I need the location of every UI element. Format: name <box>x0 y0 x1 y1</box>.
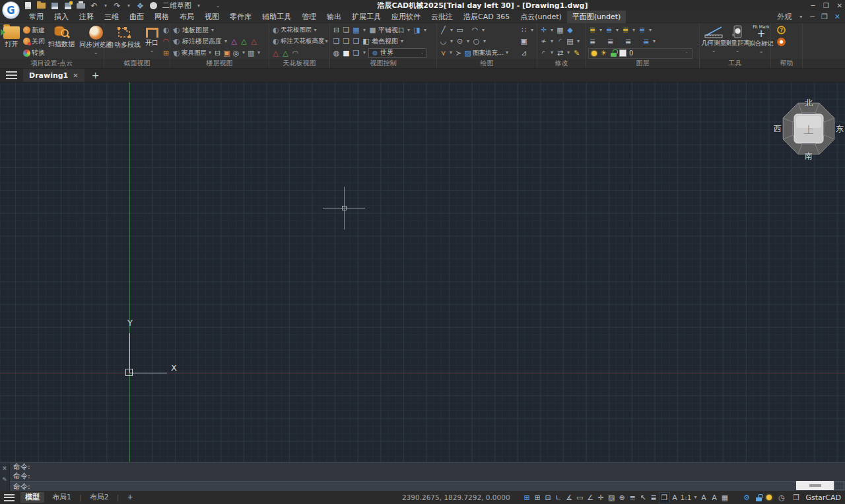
command-scrollbar-button[interactable] <box>834 481 844 490</box>
array-tool-icon[interactable]: ▦ <box>556 26 564 34</box>
dropdown-icon[interactable]: ▾ <box>448 50 454 55</box>
frame-icon[interactable]: ▥ <box>247 49 255 57</box>
arc-tool-icon[interactable]: ◠ <box>471 26 479 34</box>
new-pointcloud-button[interactable]: 新建 <box>23 24 45 36</box>
fit-mark-expand-icon[interactable]: ⌄ <box>759 49 764 54</box>
edit-tool-icon[interactable]: ✎ <box>572 49 581 57</box>
dropdown-icon[interactable]: ▾ <box>313 28 318 33</box>
layer-color-swatch[interactable] <box>619 49 626 57</box>
annotation-auto-toggle[interactable]: A <box>709 493 719 503</box>
view-box2-icon[interactable]: ❏ <box>342 37 351 46</box>
layout2-tab[interactable]: 布局2 <box>85 492 114 503</box>
snap-mode-toggle[interactable]: ⊡ <box>543 493 553 503</box>
dropdown-icon[interactable]: ▾ <box>549 39 555 44</box>
drawing-canvas[interactable]: Y X 北 南 西 东 上 <box>0 82 845 462</box>
layer-freeze-icon[interactable]: ≣ <box>605 26 613 34</box>
doc-menu-icon[interactable] <box>6 71 17 79</box>
new-file-button[interactable] <box>24 1 32 10</box>
ui-unlock-icon[interactable] <box>756 497 762 501</box>
tab-3d[interactable]: 三维 <box>99 11 124 23</box>
viewport-config-icon[interactable]: ◨ <box>413 26 421 34</box>
height-marker-red-icon[interactable]: △ <box>250 37 258 46</box>
corner-tool-icon[interactable]: ◜ <box>539 49 548 57</box>
measure-distance-button[interactable]: 测量距离 ⌄ <box>726 24 749 59</box>
dropdown-icon[interactable]: ▾ <box>422 28 428 33</box>
floor-layer-button[interactable]: ◐ 地板图层 ▾ <box>172 24 267 36</box>
dropdown-icon[interactable]: ▾ <box>504 50 510 55</box>
isolate-objects-bulb-icon[interactable] <box>766 495 772 500</box>
measure-distance-expand-icon[interactable]: ⌄ <box>735 48 740 53</box>
redo-button[interactable]: ↷ <box>113 1 121 10</box>
bench-icon[interactable]: ⊟ <box>213 49 222 57</box>
doc-close-button[interactable]: ✕ <box>834 13 840 21</box>
tab-cad365[interactable]: 浩辰CAD 365 <box>458 11 515 23</box>
region-tool-button[interactable]: ▣ <box>520 36 535 47</box>
opening-button[interactable]: 开口 ⌄ <box>144 24 160 59</box>
ucs-swatch-icon[interactable]: ■ <box>342 49 351 57</box>
dropdown-icon[interactable]: ▾ <box>406 28 411 33</box>
object-snap-toggle[interactable]: ▭ <box>575 493 585 503</box>
ortho-toggle[interactable]: ∟ <box>554 493 564 503</box>
circle-tool-icon[interactable]: ⊙ <box>456 37 464 46</box>
dropdown-icon[interactable]: ▾ <box>256 50 261 55</box>
selection-cycling-toggle[interactable]: ↖ <box>638 493 648 503</box>
redo-dropdown[interactable]: ▾ <box>126 3 131 9</box>
tab-layout[interactable]: 布局 <box>174 11 199 23</box>
viewport-join-icon[interactable]: ⊟ <box>332 26 341 34</box>
tab-mesh[interactable]: 网格 <box>149 11 174 23</box>
layer-unlock-icon[interactable] <box>611 53 617 57</box>
command-close-icon[interactable]: ✕ <box>2 465 7 472</box>
dropdown-icon[interactable]: ▾ <box>241 50 246 55</box>
save-as-button[interactable] <box>63 1 72 10</box>
doc-tab-close-icon[interactable]: ✕ <box>73 72 78 79</box>
ceiling-height-button[interactable]: ◐ 标注天花板高度 ▾ <box>271 36 327 47</box>
ceiling-marker-red-icon[interactable]: △ <box>271 49 280 57</box>
dropdown-icon[interactable]: ▾ <box>652 39 657 44</box>
tab-surface[interactable]: 曲面 <box>124 11 149 23</box>
dropdown-icon[interactable]: ▾ <box>549 28 555 33</box>
tiled-viewport-select[interactable]: 平铺视口 <box>378 26 405 35</box>
command-input[interactable]: 命令: <box>10 481 845 491</box>
workspace-dropdown-icon[interactable]: ▾ <box>196 3 201 9</box>
help-button[interactable]: ? <box>777 26 786 34</box>
height-marker-magenta-icon[interactable]: △ <box>230 37 238 46</box>
layer-bulb-icon[interactable] <box>592 51 597 56</box>
tab-parts-library[interactable]: 零件库 <box>224 11 257 23</box>
ucs-world-icon[interactable]: ◍ <box>332 49 341 57</box>
restore-button[interactable]: ❐ <box>823 2 829 9</box>
dynamic-input-toggle[interactable]: ⊕ <box>617 493 627 503</box>
grid-display-toggle[interactable]: ⊞ <box>533 493 543 503</box>
about-brand-icon[interactable] <box>777 38 786 46</box>
document-tab-drawing1[interactable]: Drawing1 ✕ <box>23 69 84 82</box>
tab-pointcloud[interactable]: 点云(undet) <box>515 11 567 23</box>
ellipse-tool-icon[interactable]: ○ <box>472 37 481 46</box>
tab-view[interactable]: 视图 <box>199 11 224 23</box>
fillet-tool-icon[interactable]: ◜ <box>556 37 564 46</box>
shade-mode-icon[interactable]: ◧ <box>362 37 370 46</box>
appearance-dropdown-icon[interactable]: ▾ <box>798 15 803 20</box>
opening-expand-icon[interactable]: ⌄ <box>149 48 154 53</box>
open-file-button[interactable] <box>37 1 46 10</box>
dropdown-icon[interactable]: ▾ <box>615 28 620 33</box>
app-logo-icon[interactable]: G <box>2 1 20 19</box>
dropdown-icon[interactable]: ▾ <box>210 28 215 33</box>
rectangle-tool-icon[interactable]: ▭ <box>456 26 464 34</box>
viewcube-up-face[interactable]: 上 <box>774 124 844 137</box>
dropdown-icon[interactable]: ▾ <box>481 28 486 33</box>
workspace-selector[interactable]: 二维草图 <box>162 1 191 11</box>
tab-home[interactable]: 常用 <box>24 11 49 23</box>
polyline-edit-icon[interactable]: ≻ <box>454 49 463 57</box>
tab-express-tools[interactable]: 扩展工具 <box>347 11 386 23</box>
view-cube[interactable]: 北 南 西 东 上 <box>774 94 844 164</box>
annotation-scale-icon[interactable]: A <box>670 493 680 503</box>
model-tab[interactable]: 模型 <box>20 492 44 503</box>
polar-tracking-toggle[interactable]: ∡ <box>564 493 574 503</box>
view-box3-icon[interactable]: ❏ <box>352 37 360 46</box>
lineweight-toggle[interactable]: ≡ <box>628 493 638 503</box>
snap-tracking-toggle[interactable]: ✛ <box>596 493 606 503</box>
hatch-tool-icon[interactable]: ▨ <box>463 49 472 57</box>
dropdown-icon[interactable]: ▾ <box>631 28 636 33</box>
angle-snap-toggle[interactable]: ∠ <box>586 493 595 503</box>
layer-match-icon[interactable]: ≣ <box>638 26 646 34</box>
lamp-icon[interactable]: ◎ <box>232 49 240 57</box>
